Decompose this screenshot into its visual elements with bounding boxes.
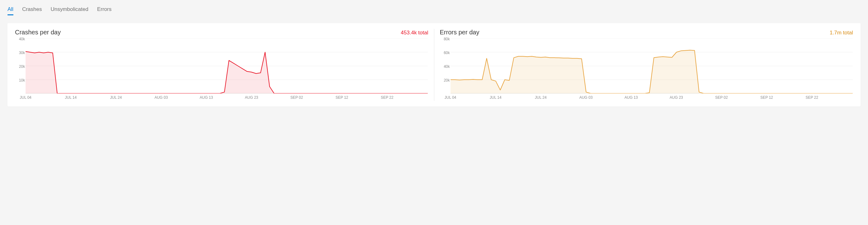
x-tick-label: AUG 13: [624, 95, 638, 100]
y-tick-label: 20k: [444, 78, 450, 83]
x-tick-label: SEP 22: [806, 95, 818, 100]
tab-crashes[interactable]: Crashes: [22, 6, 42, 15]
x-tick-label: SEP 12: [761, 95, 773, 100]
errors-total: 1.7m total: [830, 30, 853, 36]
x-tick-label: JUL 04: [444, 95, 457, 100]
y-tick-label: 10k: [19, 78, 25, 83]
y-tick-label: 40k: [19, 37, 25, 41]
errors-panel-title: Errors per day: [440, 29, 479, 36]
x-tick-label: AUG 23: [670, 95, 683, 100]
y-tick-label: 60k: [444, 51, 450, 55]
errors-panel: Errors per day 1.7m total 20k40k60k80kJU…: [440, 29, 853, 101]
crashes-panel: Crashes per day 453.4k total 10k20k30k40…: [15, 29, 428, 101]
y-tick-label: 30k: [19, 51, 25, 55]
x-tick-label: JUL 24: [110, 95, 122, 100]
tab-all[interactable]: All: [7, 6, 13, 15]
x-tick-label: SEP 22: [381, 95, 393, 100]
x-tick-label: JUL 14: [490, 95, 502, 100]
panels: Crashes per day 453.4k total 10k20k30k40…: [7, 23, 861, 107]
y-tick-label: 80k: [444, 37, 450, 41]
tabs: All Crashes Unsymbolicated Errors: [7, 6, 861, 15]
errors-chart[interactable]: 20k40k60k80kJUL 04JUL 14JUL 24AUG 03AUG …: [440, 38, 853, 101]
panel-divider: [434, 29, 434, 101]
crashes-chart[interactable]: 10k20k30k40kJUL 04JUL 14JUL 24AUG 03AUG …: [15, 38, 428, 101]
x-tick-label: AUG 23: [245, 95, 258, 100]
x-tick-label: JUL 04: [20, 95, 32, 100]
tab-errors[interactable]: Errors: [97, 6, 112, 15]
x-tick-label: SEP 12: [336, 95, 348, 100]
x-tick-label: JUL 24: [535, 95, 547, 100]
x-tick-label: JUL 14: [65, 95, 77, 100]
x-tick-label: SEP 02: [290, 95, 303, 100]
crashes-total: 453.4k total: [401, 30, 428, 36]
crashes-panel-title: Crashes per day: [15, 29, 61, 36]
y-tick-label: 40k: [444, 64, 450, 69]
x-tick-label: AUG 13: [200, 95, 213, 100]
tab-unsymbolicated[interactable]: Unsymbolicated: [51, 6, 88, 15]
x-tick-label: SEP 02: [715, 95, 727, 100]
x-tick-label: AUG 03: [579, 95, 593, 100]
y-tick-label: 20k: [19, 64, 25, 69]
x-tick-label: AUG 03: [154, 95, 168, 100]
